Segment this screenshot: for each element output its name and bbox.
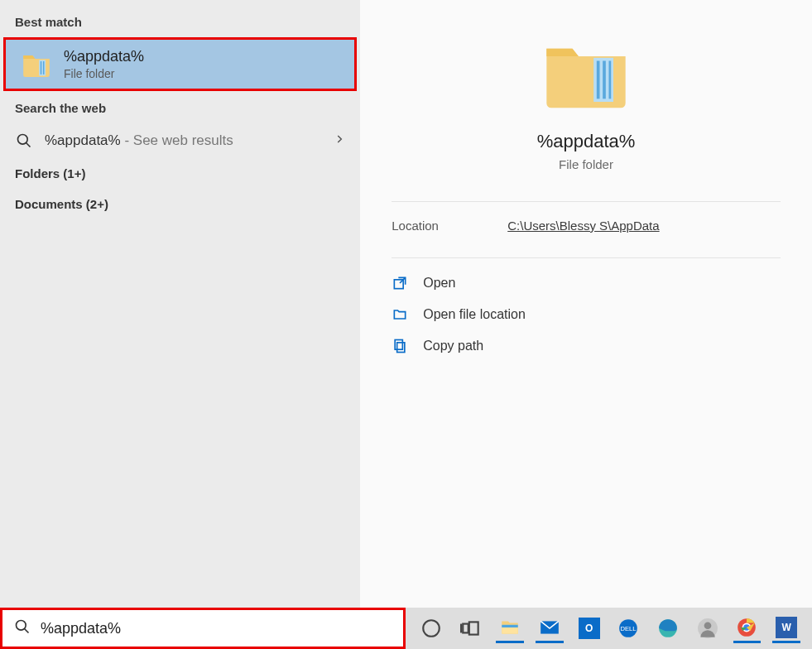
file-explorer-icon[interactable]	[496, 613, 524, 643]
svg-rect-2	[43, 61, 45, 75]
svg-rect-17	[468, 622, 478, 634]
divider	[392, 201, 781, 202]
svg-point-15	[423, 620, 440, 637]
result-subtitle: File folder	[64, 67, 144, 80]
svg-rect-11	[395, 340, 402, 350]
dell-icon[interactable]: DELL	[615, 613, 643, 643]
svg-point-3	[18, 135, 28, 145]
action-open[interactable]: Open	[392, 275, 781, 291]
svg-point-13	[17, 621, 26, 631]
divider	[392, 257, 781, 258]
best-match-text: %appdata% File folder	[64, 48, 144, 80]
svg-point-26	[704, 622, 711, 629]
cortana-icon[interactable]	[417, 613, 445, 643]
taskbar: O DELL W	[406, 608, 812, 649]
preview-panel: %appdata% File folder Location C:\Users\…	[360, 0, 812, 608]
location-label: Location	[392, 219, 507, 233]
web-result-text: %appdata% - See web results	[45, 132, 233, 149]
svg-rect-20	[502, 624, 519, 627]
svg-rect-1	[41, 61, 42, 75]
search-input[interactable]	[41, 620, 392, 637]
result-title: %appdata%	[64, 48, 144, 65]
search-web-header: Search the web	[0, 94, 360, 123]
web-suffix: - See web results	[121, 132, 233, 148]
avatar-icon[interactable]	[694, 613, 722, 643]
svg-line-14	[25, 629, 29, 633]
open-location-icon	[392, 306, 408, 323]
action-open-file-location[interactable]: Open file location	[392, 306, 781, 323]
chevron-right-icon	[334, 133, 345, 148]
edge-icon[interactable]	[654, 613, 682, 643]
best-match-header: Best match	[0, 8, 360, 37]
taskview-icon[interactable]	[457, 613, 485, 643]
outlook-icon[interactable]: O	[575, 613, 603, 643]
action-list: Open Open file location Copy path	[392, 275, 781, 354]
web-query: %appdata%	[45, 132, 121, 148]
chrome-icon[interactable]	[733, 613, 762, 643]
folder-icon	[541, 33, 632, 116]
mail-icon[interactable]	[536, 613, 564, 643]
preview-title: %appdata%	[537, 131, 636, 152]
open-icon	[392, 275, 408, 291]
preview-subtitle: File folder	[559, 157, 613, 171]
svg-line-10	[400, 277, 406, 283]
location-path-link[interactable]: C:\Users\Blessy S\AppData	[507, 219, 659, 233]
category-folders[interactable]: Folders (1+)	[0, 158, 360, 189]
svg-rect-12	[397, 343, 405, 353]
svg-rect-0	[39, 60, 46, 75]
location-row: Location C:\Users\Blessy S\AppData	[392, 219, 781, 233]
svg-rect-8	[609, 61, 612, 99]
action-copy-path[interactable]: Copy path	[392, 338, 781, 354]
action-label: Open	[423, 276, 455, 291]
search-bar[interactable]	[0, 608, 406, 649]
search-icon	[14, 618, 31, 638]
svg-text:DELL: DELL	[621, 625, 637, 632]
web-result-row[interactable]: %appdata% - See web results	[0, 123, 360, 158]
copy-path-icon	[392, 338, 408, 354]
action-label: Open file location	[423, 307, 526, 322]
best-match-result[interactable]: %appdata% File folder	[3, 37, 357, 91]
svg-line-4	[26, 143, 31, 147]
action-label: Copy path	[423, 339, 483, 353]
search-icon	[15, 132, 33, 150]
folder-icon	[21, 49, 52, 80]
svg-rect-6	[597, 61, 600, 99]
category-documents[interactable]: Documents (2+)	[0, 189, 360, 219]
search-results-panel: Best match %appdata% File folder Search …	[0, 0, 360, 608]
word-icon[interactable]: W	[772, 613, 800, 643]
svg-rect-7	[603, 61, 606, 99]
svg-rect-16	[463, 624, 468, 633]
